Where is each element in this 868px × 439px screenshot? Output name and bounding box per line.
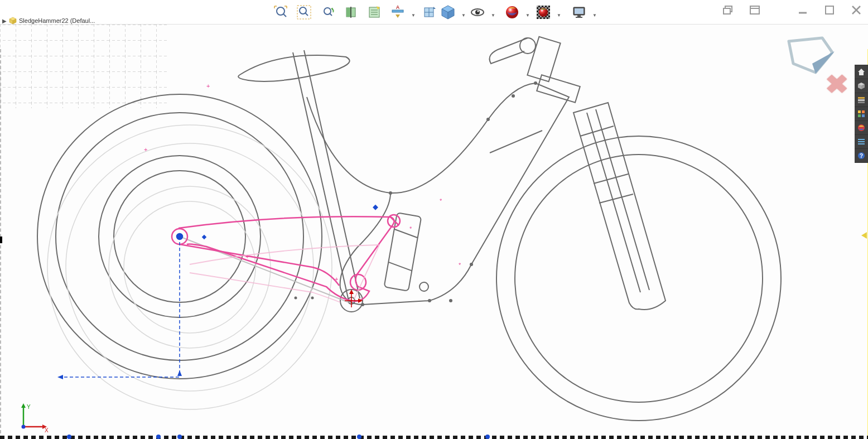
svg-marker-102 xyxy=(349,290,354,294)
svg-rect-129 xyxy=(0,237,2,243)
minimize-button[interactable] xyxy=(794,3,811,17)
svg-text:?: ? xyxy=(860,153,863,159)
svg-rect-37 xyxy=(724,8,730,14)
svg-point-53 xyxy=(66,143,314,391)
svg-line-69 xyxy=(393,229,418,238)
svg-rect-38 xyxy=(750,6,759,14)
appearance-group: ▼ ▼ xyxy=(502,2,561,22)
task-pane: ? xyxy=(855,65,868,163)
section-view-button[interactable] xyxy=(341,2,361,22)
svg-rect-81 xyxy=(202,235,206,239)
bottom-edge-markers xyxy=(0,432,868,439)
svg-rect-64 xyxy=(537,75,580,103)
hide-show-dropdown[interactable]: ▼ xyxy=(491,13,495,18)
svg-point-97 xyxy=(295,297,297,300)
right-scroll-marker xyxy=(861,232,867,239)
svg-rect-47 xyxy=(0,25,167,108)
display-style-dropdown[interactable]: ▼ xyxy=(411,13,416,18)
maximize-button[interactable] xyxy=(821,3,838,17)
svg-text:+: + xyxy=(245,253,249,260)
render-cube-button[interactable] xyxy=(438,2,458,22)
task-home-button[interactable] xyxy=(855,65,868,79)
svg-point-93 xyxy=(534,81,537,85)
hide-show-button[interactable] xyxy=(467,2,488,22)
svg-marker-130 xyxy=(861,232,867,239)
task-appearances-button[interactable] xyxy=(855,121,868,134)
svg-rect-33 xyxy=(575,8,584,14)
svg-point-116 xyxy=(858,124,865,131)
task-geometry-button[interactable] xyxy=(855,79,868,93)
svg-text:+: + xyxy=(144,146,147,153)
svg-point-95 xyxy=(512,94,515,98)
task-options-button[interactable] xyxy=(855,135,868,148)
svg-rect-119 xyxy=(858,143,865,144)
restore-down-button[interactable] xyxy=(720,3,736,17)
display-style-button[interactable]: A xyxy=(388,2,408,22)
svg-point-94 xyxy=(470,263,473,266)
svg-point-91 xyxy=(428,299,431,302)
svg-text:+: + xyxy=(335,276,338,282)
scene-dropdown[interactable]: ▼ xyxy=(557,13,561,18)
svg-point-67 xyxy=(348,297,355,304)
view-orientation-button[interactable] xyxy=(419,2,439,22)
graphics-viewport[interactable]: + + + + * * * ✖ xyxy=(0,25,868,439)
svg-rect-34 xyxy=(577,15,581,17)
svg-point-49 xyxy=(56,113,303,360)
svg-text:X: X xyxy=(45,427,49,433)
svg-point-54 xyxy=(109,186,271,348)
svg-text:*: * xyxy=(459,262,461,268)
svg-point-52 xyxy=(47,125,332,409)
svg-rect-118 xyxy=(858,141,865,142)
svg-line-60 xyxy=(599,194,633,203)
svg-point-90 xyxy=(486,118,490,121)
feature-tree-root[interactable]: ▶ SledgeHammer22 (Defaul... xyxy=(2,17,95,25)
arrange-windows-button[interactable] xyxy=(746,3,763,17)
svg-marker-103 xyxy=(789,38,832,73)
svg-rect-115 xyxy=(862,114,865,117)
tree-expand-arrow[interactable]: ▶ xyxy=(2,18,7,24)
render-group: ▼ xyxy=(438,2,466,22)
appearance-button[interactable] xyxy=(502,2,522,22)
svg-line-62 xyxy=(596,109,649,290)
svg-point-66 xyxy=(340,290,363,312)
appearance-dropdown[interactable]: ▼ xyxy=(525,13,530,18)
zoom-fit-button[interactable] xyxy=(271,2,291,22)
svg-rect-109 xyxy=(858,97,865,99)
svg-line-70 xyxy=(388,262,413,271)
sketch-origin-icon xyxy=(345,290,363,307)
svg-marker-101 xyxy=(358,298,363,303)
view-tools-group: A ▼ ▼ xyxy=(271,2,447,22)
task-presets-button[interactable] xyxy=(855,107,868,120)
previous-view-button[interactable] xyxy=(317,2,337,22)
view-settings-button[interactable] xyxy=(569,2,589,22)
annotation-views-button[interactable] xyxy=(364,2,384,22)
task-help-button[interactable]: ? xyxy=(855,149,868,162)
svg-point-51 xyxy=(114,171,245,302)
svg-point-56 xyxy=(496,136,781,421)
svg-marker-125 xyxy=(21,403,26,408)
svg-rect-110 xyxy=(858,99,865,101)
svg-point-92 xyxy=(361,303,364,306)
zoom-area-button[interactable] xyxy=(294,2,314,22)
left-origin-tick xyxy=(0,237,4,245)
svg-point-96 xyxy=(449,299,452,302)
svg-marker-17 xyxy=(396,15,400,18)
sketch-cancel-x-icon[interactable]: ✖ xyxy=(825,69,849,99)
svg-rect-112 xyxy=(858,110,861,113)
view-settings-dropdown[interactable]: ▼ xyxy=(592,13,597,18)
svg-rect-68 xyxy=(384,213,422,291)
scene-button[interactable] xyxy=(533,2,553,22)
svg-rect-80 xyxy=(373,205,378,210)
render-cube-dropdown[interactable]: ▼ xyxy=(461,13,466,18)
svg-line-58 xyxy=(580,126,614,136)
svg-marker-78 xyxy=(57,375,63,379)
sketch-grid xyxy=(0,25,167,108)
svg-text:A: A xyxy=(396,4,400,10)
svg-text:Y: Y xyxy=(27,404,31,410)
task-layers-button[interactable] xyxy=(855,93,868,107)
svg-rect-63 xyxy=(527,37,560,82)
svg-rect-15 xyxy=(392,10,403,12)
part-icon xyxy=(9,17,17,25)
svg-point-89 xyxy=(389,191,392,195)
close-button[interactable] xyxy=(848,3,865,17)
